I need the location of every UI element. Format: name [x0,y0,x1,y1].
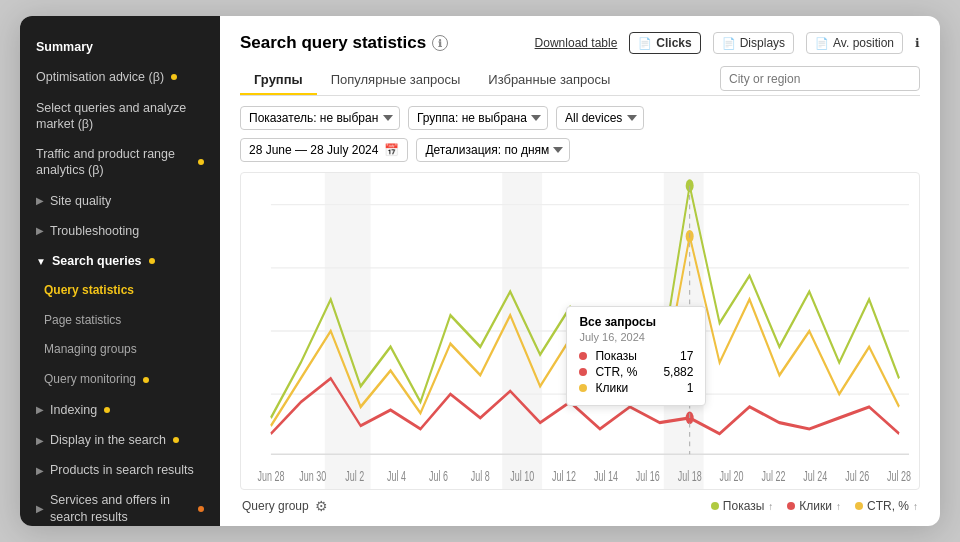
legend-ctr: CTR, % ↑ [855,499,918,513]
chevron-troubleshooting: ▶ [36,224,44,237]
dot-yellow-indexing [104,407,110,413]
sidebar-item-troubleshooting[interactable]: ▶ Troubleshooting [20,216,220,246]
legend-dot-ctr [855,502,863,510]
tab-favorites[interactable]: Избранные запросы [474,66,624,95]
svg-text:Jun 30: Jun 30 [299,468,326,485]
sidebar-item-services-offers[interactable]: ▶ Services and offers in search results [20,485,220,526]
chevron-services-offers: ▶ [36,502,44,515]
dot-orange-services-offers [198,506,204,512]
sidebar-item-search-queries[interactable]: ▼ Search queries [20,246,220,276]
sidebar-item-optimisation[interactable]: Optimisation advice (β) [20,62,220,92]
sidebar: Summary Optimisation advice (β) Select q… [20,16,220,526]
legend-clicks: Клики ↑ [787,499,841,513]
sidebar-item-traffic[interactable]: Traffic and product range analytics (β) [20,139,220,186]
title-info-icon[interactable]: ℹ [432,35,448,51]
dot-yellow-traffic [198,159,204,165]
dot-yellow-display-search [173,437,179,443]
svg-text:Jul 8: Jul 8 [471,468,490,485]
date-row: 28 June — 28 July 2024 📅 Детализация: по… [240,138,920,162]
svg-text:Jun 28: Jun 28 [257,468,284,485]
svg-text:Jul 26: Jul 26 [845,468,869,485]
sidebar-item-query-statistics[interactable]: Query statistics [20,276,220,306]
svg-text:Jul 4: Jul 4 [387,468,406,485]
av-position-button[interactable]: 📄 Av. position [806,32,903,54]
app-window: Summary Optimisation advice (β) Select q… [20,16,940,526]
header-actions: Download table 📄 Clicks 📄 Displays 📄 Av.… [535,32,920,54]
displays-button[interactable]: 📄 Displays [713,32,794,54]
page-title: Search query statistics ℹ [240,33,448,53]
chevron-products-search: ▶ [36,464,44,477]
chart-area: Jun 28 Jun 30 Jul 2 Jul 4 Jul 6 Jul 8 Ju… [240,172,920,490]
chart-svg: Jun 28 Jun 30 Jul 2 Jul 4 Jul 6 Jul 8 Ju… [241,173,919,489]
dot-yellow-optimisation [171,74,177,80]
detail-select[interactable]: Детализация: по дням [416,138,570,162]
clicks-button[interactable]: 📄 Clicks [629,32,700,54]
chart-footer: Query group ⚙ Показы ↑ Клики ↑ CTR, % ↑ [240,498,920,514]
legend-shows: Показы ↑ [711,499,773,513]
sidebar-item-query-monitoring[interactable]: Query monitoring [20,365,220,395]
dot-yellow-search-queries [149,258,155,264]
legend-dot-shows [711,502,719,510]
sidebar-item-site-quality[interactable]: ▶ Site quality [20,186,220,216]
city-region-input[interactable] [720,66,920,91]
sidebar-item-managing-groups[interactable]: Managing groups [20,335,220,365]
date-range-picker[interactable]: 28 June — 28 July 2024 📅 [240,138,408,162]
svg-text:Jul 10: Jul 10 [510,468,534,485]
chevron-search-queries: ▼ [36,255,46,268]
dot-yellow-query-monitoring [143,377,149,383]
pokazateli-select[interactable]: Показатель: не выбран [240,106,400,130]
footer-left: Query group ⚙ [242,498,328,514]
svg-text:Jul 2: Jul 2 [345,468,364,485]
svg-text:Jul 22: Jul 22 [761,468,785,485]
calendar-icon: 📅 [384,143,399,157]
chevron-site-quality: ▶ [36,194,44,207]
chevron-display-search: ▶ [36,434,44,447]
gear-icon[interactable]: ⚙ [315,498,328,514]
legend-dot-clicks [787,502,795,510]
devices-select[interactable]: All devices [556,106,644,130]
sidebar-item-indexing[interactable]: ▶ Indexing [20,395,220,425]
svg-text:Jul 14: Jul 14 [594,468,618,485]
tab-popular[interactable]: Популярные запросы [317,66,475,95]
sidebar-item-select-queries[interactable]: Select queries and analyze market (β) [20,93,220,140]
tab-groups[interactable]: Группы [240,66,317,95]
filter-row: Показатель: не выбран Группа: не выбрана… [240,106,920,130]
header-info-icon[interactable]: ℹ [915,36,920,50]
displays-doc-icon: 📄 [722,37,736,50]
main-content: Search query statistics ℹ Download table… [220,16,940,526]
svg-text:Jul 18: Jul 18 [678,468,702,485]
footer-right: Показы ↑ Клики ↑ CTR, % ↑ [711,499,918,513]
tabs-row: Группы Популярные запросы Избранные запр… [240,66,920,96]
clicks-doc-icon: 📄 [638,37,652,50]
chevron-indexing: ▶ [36,403,44,416]
sidebar-item-summary[interactable]: Summary [20,32,220,62]
svg-text:Jul 16: Jul 16 [636,468,660,485]
sidebar-item-products-search[interactable]: ▶ Products in search results [20,455,220,485]
svg-text:Jul 20: Jul 20 [720,468,744,485]
sidebar-item-page-statistics[interactable]: Page statistics [20,306,220,336]
svg-text:Jul 24: Jul 24 [803,468,827,485]
sidebar-item-display-search[interactable]: ▶ Display in the search [20,425,220,455]
gruppa-select[interactable]: Группа: не выбрана [408,106,548,130]
main-header: Search query statistics ℹ Download table… [240,32,920,54]
svg-text:Jul 12: Jul 12 [552,468,576,485]
svg-text:Jul 28: Jul 28 [887,468,911,485]
svg-text:Jul 6: Jul 6 [429,468,448,485]
av-position-doc-icon: 📄 [815,37,829,50]
download-table-link[interactable]: Download table [535,36,618,50]
